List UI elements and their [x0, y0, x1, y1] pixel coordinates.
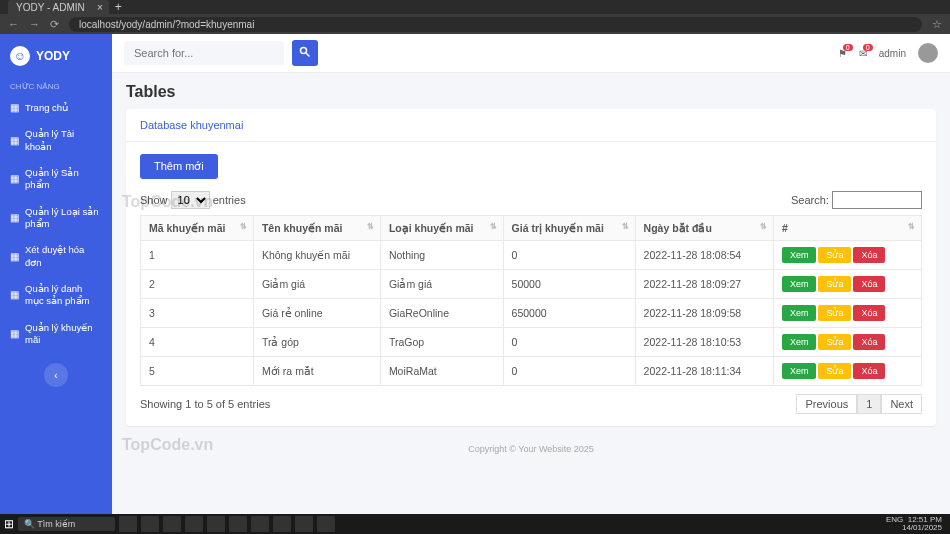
taskbar-app[interactable]	[141, 516, 159, 532]
column-header[interactable]: #⇅	[773, 216, 921, 241]
cell-id: 2	[141, 270, 254, 299]
search-button[interactable]	[292, 40, 318, 66]
sidebar-item-2[interactable]: ▦Quản lý Sản phẩm	[0, 160, 112, 199]
edit-button[interactable]: Sửa	[818, 334, 851, 350]
edit-button[interactable]: Sửa	[818, 276, 851, 292]
cell-type: MoiRaMat	[380, 357, 503, 386]
browser-tab[interactable]: YODY - ADMIN ×	[8, 0, 109, 15]
taskbar-app[interactable]	[317, 516, 335, 532]
nav-label: Quản lý Tài khoản	[25, 128, 102, 153]
flag-badge: 0	[843, 44, 853, 51]
cell-type: Nothing	[380, 241, 503, 270]
table-row: 2Giảm giáGiảm giá500002022-11-28 18:09:2…	[141, 270, 922, 299]
edit-button[interactable]: Sửa	[818, 363, 851, 379]
footer-copyright: Copyright © Your Website 2025	[126, 436, 936, 462]
table-row: 3Giá rẻ onlineGiaReOnline6500002022-11-2…	[141, 299, 922, 328]
edit-button[interactable]: Sửa	[818, 305, 851, 321]
cell-actions: XemSửaXóa	[773, 328, 921, 357]
cell-date: 2022-11-28 18:09:58	[635, 299, 773, 328]
sidebar-item-4[interactable]: ▦Xét duyệt hóa đơn	[0, 237, 112, 276]
nav-icon: ▦	[10, 328, 19, 340]
view-button[interactable]: Xem	[782, 247, 817, 263]
delete-button[interactable]: Xóa	[853, 363, 885, 379]
view-button[interactable]: Xem	[782, 276, 817, 292]
reload-icon[interactable]: ⟳	[50, 18, 59, 31]
taskbar-app[interactable]	[207, 516, 225, 532]
view-button[interactable]: Xem	[782, 305, 817, 321]
taskbar-app[interactable]	[185, 516, 203, 532]
svg-point-0	[301, 47, 307, 53]
forward-icon[interactable]: →	[29, 18, 40, 30]
mail-badge: 0	[863, 44, 873, 51]
cell-value: 650000	[503, 299, 635, 328]
nav-label: Quản lý Loại sản phẩm	[25, 206, 102, 231]
sort-icon: ⇅	[490, 222, 497, 231]
entries-select[interactable]: 10	[171, 191, 210, 209]
search-input[interactable]	[124, 41, 284, 65]
delete-button[interactable]: Xóa	[853, 334, 885, 350]
taskbar-app[interactable]	[273, 516, 291, 532]
column-header[interactable]: Giá trị khuyến mãi⇅	[503, 216, 635, 241]
windows-taskbar: ⊞ 🔍 Tìm kiếm ENG 12:51 PM 14/01/2025	[0, 514, 950, 534]
delete-button[interactable]: Xóa	[853, 305, 885, 321]
view-button[interactable]: Xem	[782, 363, 817, 379]
cell-name: Trả góp	[253, 328, 380, 357]
delete-button[interactable]: Xóa	[853, 276, 885, 292]
cell-actions: XemSửaXóa	[773, 357, 921, 386]
cell-name: Mới ra mắt	[253, 357, 380, 386]
collapse-sidebar-button[interactable]: ‹	[44, 363, 68, 387]
back-icon[interactable]: ←	[8, 18, 19, 30]
star-icon[interactable]: ☆	[932, 18, 942, 31]
nav-label: Quản lý khuyến mãi	[25, 322, 102, 347]
table-search-input[interactable]	[832, 191, 922, 209]
column-header[interactable]: Tên khuyến mãi⇅	[253, 216, 380, 241]
add-button[interactable]: Thêm mới	[140, 154, 218, 179]
cell-type: Giảm giá	[380, 270, 503, 299]
cell-actions: XemSửaXóa	[773, 299, 921, 328]
tab-title: YODY - ADMIN	[16, 2, 85, 13]
address-bar[interactable]: localhost/yody/admin/?mod=khuyenmai	[69, 17, 922, 32]
flag-notifications[interactable]: ⚑ 0	[838, 48, 847, 59]
column-header[interactable]: Loại khuyến mãi⇅	[380, 216, 503, 241]
page-1-button[interactable]: 1	[857, 394, 881, 414]
mail-notifications[interactable]: ✉ 0	[859, 48, 867, 59]
sidebar-item-0[interactable]: ▦Trang chủ	[0, 95, 112, 121]
taskbar-app[interactable]	[163, 516, 181, 532]
sort-icon: ⇅	[240, 222, 247, 231]
edit-button[interactable]: Sửa	[818, 247, 851, 263]
sidebar-item-5[interactable]: ▦Quản lý danh mục sản phẩm	[0, 276, 112, 315]
sidebar-item-3[interactable]: ▦Quản lý Loại sản phẩm	[0, 199, 112, 238]
taskbar-app[interactable]	[229, 516, 247, 532]
taskbar-app[interactable]	[251, 516, 269, 532]
length-control: Show 10 entries	[140, 191, 246, 209]
sidebar-item-6[interactable]: ▦Quản lý khuyến mãi	[0, 315, 112, 354]
sidebar-item-1[interactable]: ▦Quản lý Tài khoản	[0, 121, 112, 160]
data-table: Mã khuyến mãi⇅Tên khuyến mãi⇅Loại khuyến…	[140, 215, 922, 386]
close-icon[interactable]: ×	[97, 2, 103, 13]
cell-id: 4	[141, 328, 254, 357]
pagination: Previous 1 Next	[796, 394, 922, 414]
cell-date: 2022-11-28 18:08:54	[635, 241, 773, 270]
next-button[interactable]: Next	[881, 394, 922, 414]
delete-button[interactable]: Xóa	[853, 247, 885, 263]
cell-date: 2022-11-28 18:09:27	[635, 270, 773, 299]
nav-icon: ▦	[10, 251, 19, 263]
avatar[interactable]	[918, 43, 938, 63]
sidebar: ☺ YODY CHỨC NĂNG ▦Trang chủ▦Quản lý Tài …	[0, 34, 112, 514]
brand[interactable]: ☺ YODY	[0, 34, 112, 78]
prev-button[interactable]: Previous	[796, 394, 857, 414]
cell-type: GiaReOnline	[380, 299, 503, 328]
taskbar-search[interactable]: 🔍 Tìm kiếm	[18, 517, 115, 531]
nav-icon: ▦	[10, 135, 19, 147]
taskbar-app[interactable]	[295, 516, 313, 532]
start-icon[interactable]: ⊞	[4, 517, 14, 531]
view-button[interactable]: Xem	[782, 334, 817, 350]
column-header[interactable]: Ngày bắt đầu⇅	[635, 216, 773, 241]
system-tray[interactable]: ENG 12:51 PM 14/01/2025	[886, 516, 946, 532]
new-tab-icon[interactable]: +	[115, 0, 122, 14]
user-name[interactable]: admin	[879, 48, 906, 59]
column-header[interactable]: Mã khuyến mãi⇅	[141, 216, 254, 241]
nav-icon: ▦	[10, 289, 19, 301]
taskbar-app[interactable]	[119, 516, 137, 532]
nav-label: Xét duyệt hóa đơn	[25, 244, 102, 269]
